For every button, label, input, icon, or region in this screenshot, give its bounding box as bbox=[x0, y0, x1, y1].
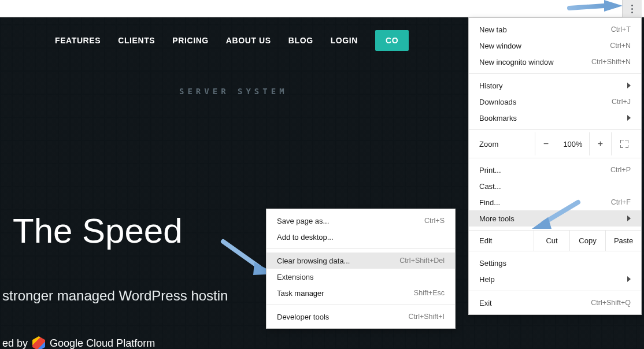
menu-shortcut: Ctrl+Shift+Q bbox=[591, 299, 631, 307]
menu-help[interactable]: Help bbox=[469, 271, 641, 287]
edit-label: Edit bbox=[469, 231, 534, 251]
menu-label: Find... bbox=[479, 198, 500, 207]
menu-new-window[interactable]: New window Ctrl+N bbox=[469, 38, 641, 54]
edit-paste-button[interactable]: Paste bbox=[605, 231, 641, 251]
fullscreen-icon bbox=[620, 140, 628, 148]
zoom-in-button[interactable]: + bbox=[589, 132, 611, 155]
nav-blog[interactable]: BLOG bbox=[288, 36, 313, 45]
submenu-extensions[interactable]: Extensions bbox=[267, 269, 455, 285]
menu-shortcut: Shift+Esc bbox=[414, 289, 445, 297]
three-dots-icon bbox=[631, 5, 633, 13]
menu-cast[interactable]: Cast... bbox=[469, 178, 641, 194]
submenu-task-manager[interactable]: Task manager Shift+Esc bbox=[267, 285, 455, 301]
menu-label: Developer tools bbox=[277, 313, 329, 321]
menu-label: Downloads bbox=[479, 98, 516, 106]
powered-by-label: ed by bbox=[2, 337, 28, 349]
menu-more-tools[interactable]: More tools bbox=[469, 210, 641, 227]
menu-label: Cast... bbox=[479, 182, 501, 191]
menu-label: History bbox=[479, 81, 502, 90]
menu-new-tab[interactable]: New tab Ctrl+T bbox=[469, 21, 641, 38]
submenu-add-desktop[interactable]: Add to desktop... bbox=[267, 229, 455, 245]
nav-cta-button[interactable]: CO bbox=[375, 30, 409, 51]
submenu-clear-browsing-data[interactable]: Clear browsing data... Ctrl+Shift+Del bbox=[267, 253, 455, 269]
menu-bookmarks[interactable]: Bookmarks bbox=[469, 110, 641, 126]
nav-login[interactable]: LOGIN bbox=[331, 36, 358, 45]
menu-downloads[interactable]: Downloads Ctrl+J bbox=[469, 94, 641, 110]
menu-label: Help bbox=[479, 275, 495, 284]
menu-zoom-row: Zoom − 100% + bbox=[469, 130, 641, 158]
menu-shortcut: Ctrl+F bbox=[611, 198, 631, 206]
menu-shortcut: Ctrl+Shift+N bbox=[591, 58, 631, 66]
zoom-out-button[interactable]: − bbox=[535, 132, 557, 155]
menu-find[interactable]: Find... Ctrl+F bbox=[469, 194, 641, 210]
menu-shortcut: Ctrl+P bbox=[610, 166, 631, 174]
page-subhead: stronger managed WordPress hostin bbox=[2, 288, 228, 304]
nav-features[interactable]: FEATURES bbox=[55, 36, 101, 45]
menu-label: Print... bbox=[479, 166, 501, 174]
chrome-menu-button[interactable] bbox=[622, 0, 642, 17]
menu-label: New window bbox=[479, 42, 521, 50]
menu-label: Add to desktop... bbox=[277, 233, 334, 242]
submenu-developer-tools[interactable]: Developer tools Ctrl+Shift+I bbox=[267, 309, 455, 325]
menu-label: New tab bbox=[479, 25, 507, 34]
zoom-percent: 100% bbox=[557, 140, 589, 148]
powered-by: ed by Google Cloud Platform bbox=[2, 336, 155, 349]
menu-new-incognito[interactable]: New incognito window Ctrl+Shift+N bbox=[469, 54, 641, 70]
chrome-main-menu: New tab Ctrl+T New window Ctrl+N New inc… bbox=[468, 17, 642, 315]
submenu-arrow-icon bbox=[627, 276, 631, 282]
gcp-hex-icon bbox=[32, 336, 45, 349]
menu-shortcut: Ctrl+Shift+I bbox=[408, 313, 445, 321]
zoom-label: Zoom bbox=[479, 140, 498, 148]
menu-shortcut: Ctrl+J bbox=[612, 98, 631, 106]
fullscreen-button[interactable] bbox=[611, 132, 636, 155]
chrome-more-tools-submenu: Save page as... Ctrl+S Add to desktop...… bbox=[266, 209, 456, 329]
menu-shortcut: Ctrl+N bbox=[610, 42, 631, 50]
menu-print[interactable]: Print... Ctrl+P bbox=[469, 162, 641, 178]
menu-edit-row: Edit Cut Copy Paste bbox=[469, 231, 641, 251]
menu-label: Exit bbox=[479, 299, 492, 307]
submenu-arrow-icon bbox=[627, 115, 631, 121]
page-headline: The Speed bbox=[13, 211, 183, 251]
menu-shortcut: Ctrl+S bbox=[424, 217, 445, 225]
menu-label: Clear browsing data... bbox=[277, 257, 350, 265]
edit-copy-button[interactable]: Copy bbox=[569, 231, 605, 251]
menu-label: Settings bbox=[479, 259, 506, 268]
gcp-label: Google Cloud Platform bbox=[50, 337, 155, 349]
menu-history[interactable]: History bbox=[469, 77, 641, 94]
menu-exit[interactable]: Exit Ctrl+Shift+Q bbox=[469, 295, 641, 311]
menu-settings[interactable]: Settings bbox=[469, 255, 641, 271]
menu-label: Bookmarks bbox=[479, 114, 517, 122]
menu-label: Extensions bbox=[277, 273, 314, 281]
edit-cut-button[interactable]: Cut bbox=[534, 231, 569, 251]
menu-label: New incognito window bbox=[479, 58, 554, 66]
menu-label: Save page as... bbox=[277, 217, 329, 225]
overflow-caret-icon bbox=[610, 4, 616, 8]
menu-shortcut: Ctrl+T bbox=[611, 25, 631, 34]
server-system-label: SERVER SYSTEM bbox=[179, 87, 288, 96]
browser-toolbar bbox=[0, 0, 644, 17]
submenu-save-page[interactable]: Save page as... Ctrl+S bbox=[267, 213, 455, 229]
menu-label: Task manager bbox=[277, 289, 324, 298]
menu-shortcut: Ctrl+Shift+Del bbox=[399, 257, 445, 265]
nav-clients[interactable]: CLIENTS bbox=[118, 36, 155, 45]
nav-about[interactable]: ABOUT US bbox=[226, 36, 271, 45]
nav-pricing[interactable]: PRICING bbox=[172, 36, 209, 45]
submenu-arrow-icon bbox=[627, 216, 631, 221]
submenu-arrow-icon bbox=[627, 83, 631, 88]
menu-label: More tools bbox=[479, 214, 515, 223]
